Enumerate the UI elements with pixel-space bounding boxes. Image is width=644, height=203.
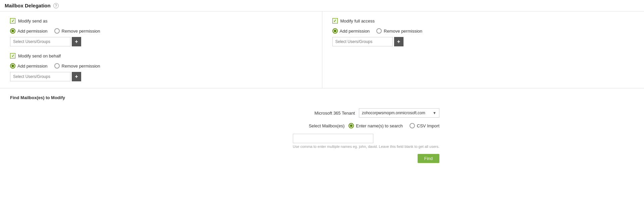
- full-access-remove-radio-dot: [376, 28, 382, 34]
- search-block: testuser Use comma to enter multiple nam…: [293, 134, 439, 149]
- page-header: Mailbox Delegation ?: [0, 0, 644, 11]
- full-access-users-input[interactable]: [332, 37, 393, 46]
- find-form-grid: Microsoft 365 Tenant zohocorpwsmopm.onmi…: [10, 108, 634, 163]
- send-as-checkbox[interactable]: [10, 18, 15, 24]
- full-access-header: Modify full access: [332, 18, 634, 24]
- send-on-behalf-add-button[interactable]: +: [72, 72, 81, 81]
- mailbox-options-row: Enter name(s) to search CSV Import: [348, 123, 439, 128]
- search-input[interactable]: testuser: [293, 134, 373, 143]
- search-radio-dot: [348, 123, 354, 128]
- search-radio-label: Enter name(s) to search: [356, 123, 402, 128]
- tenant-label: Microsoft 365 Tenant: [301, 111, 355, 116]
- right-permission-panel: Modify full access Add permission Remove…: [322, 11, 644, 88]
- send-as-remove-radio[interactable]: Remove permission: [54, 28, 100, 34]
- full-access-add-button[interactable]: +: [394, 37, 404, 46]
- send-on-behalf-remove-radio-label: Remove permission: [62, 64, 100, 69]
- send-as-remove-radio-dot: [54, 28, 60, 34]
- search-hint-text: Use comma to enter multiple names eg. jo…: [293, 145, 439, 149]
- full-access-add-radio-label: Add permission: [340, 29, 370, 34]
- send-as-label: Modify send as: [18, 18, 47, 24]
- tenant-value: zohocorpwsmopm.onmicrosoft.com: [362, 111, 431, 115]
- csv-radio-label: CSV Import: [417, 123, 439, 128]
- send-on-behalf-input-row: +: [10, 72, 312, 81]
- send-on-behalf-radio-group: Add permission Remove permission: [10, 63, 312, 69]
- permissions-section: Modify send as Add permission Remove per…: [0, 11, 644, 88]
- mailbox-label: Select Mailbox(es): [291, 123, 344, 128]
- send-as-add-radio-label: Add permission: [17, 29, 48, 34]
- send-on-behalf-block: Modify send on behalf Add permission Rem…: [10, 53, 312, 81]
- full-access-remove-radio[interactable]: Remove permission: [376, 28, 422, 34]
- csv-radio[interactable]: CSV Import: [410, 123, 439, 128]
- csv-radio-dot: [410, 123, 415, 128]
- send-as-input-row: +: [10, 37, 312, 46]
- send-on-behalf-remove-radio-dot: [54, 63, 60, 69]
- send-as-add-button[interactable]: +: [72, 37, 81, 46]
- dropdown-arrow-icon: ▼: [433, 111, 436, 115]
- help-icon[interactable]: ?: [53, 3, 59, 8]
- send-on-behalf-users-input[interactable]: [10, 72, 70, 81]
- left-permission-panel: Modify send as Add permission Remove per…: [0, 11, 322, 88]
- send-as-add-radio-dot: [10, 28, 15, 34]
- send-on-behalf-add-radio-dot: [10, 63, 15, 69]
- find-btn-row: Find: [205, 154, 439, 163]
- full-access-remove-radio-label: Remove permission: [384, 29, 422, 34]
- tenant-select[interactable]: zohocorpwsmopm.onmicrosoft.com ▼: [359, 108, 439, 118]
- send-as-remove-radio-label: Remove permission: [62, 29, 100, 34]
- send-as-users-input[interactable]: [10, 37, 70, 46]
- full-access-input-row: +: [332, 37, 634, 46]
- send-on-behalf-checkbox[interactable]: [10, 53, 15, 58]
- send-on-behalf-label: Modify send on behalf: [18, 53, 61, 58]
- full-access-add-radio-dot: [332, 28, 338, 34]
- send-on-behalf-add-radio[interactable]: Add permission: [10, 63, 48, 69]
- send-as-radio-group: Add permission Remove permission: [10, 28, 312, 34]
- send-on-behalf-remove-radio[interactable]: Remove permission: [54, 63, 100, 69]
- send-as-header: Modify send as: [10, 18, 312, 24]
- full-access-add-radio[interactable]: Add permission: [332, 28, 370, 34]
- search-input-row: testuser Use comma to enter multiple nam…: [205, 134, 439, 149]
- find-section: Find Mailbox(es) to Modify Microsoft 365…: [0, 88, 644, 170]
- find-button[interactable]: Find: [418, 154, 439, 163]
- search-radio[interactable]: Enter name(s) to search: [348, 123, 402, 128]
- page-title: Mailbox Delegation: [5, 3, 51, 8]
- send-on-behalf-add-radio-label: Add permission: [17, 64, 48, 69]
- full-access-radio-group: Add permission Remove permission: [332, 28, 634, 34]
- full-access-block: Modify full access Add permission Remove…: [332, 18, 634, 46]
- mailbox-row: Select Mailbox(es) Enter name(s) to sear…: [205, 123, 439, 128]
- full-access-label: Modify full access: [340, 18, 375, 24]
- tenant-row: Microsoft 365 Tenant zohocorpwsmopm.onmi…: [205, 108, 439, 118]
- find-section-title: Find Mailbox(es) to Modify: [10, 95, 634, 100]
- send-as-add-radio[interactable]: Add permission: [10, 28, 48, 34]
- send-as-block: Modify send as Add permission Remove per…: [10, 18, 312, 46]
- send-on-behalf-header: Modify send on behalf: [10, 53, 312, 58]
- full-access-checkbox[interactable]: [332, 18, 338, 24]
